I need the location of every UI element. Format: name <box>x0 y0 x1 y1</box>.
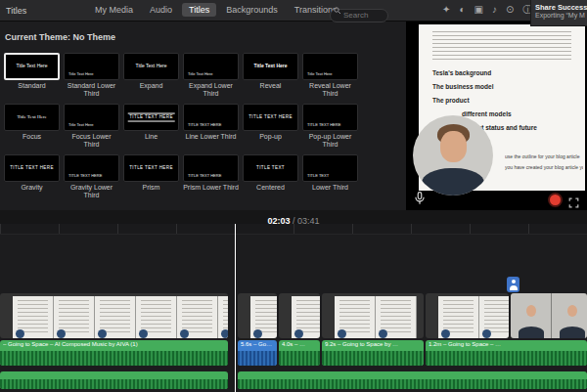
tab-backgrounds[interactable]: Backgrounds <box>219 3 285 17</box>
titles-browser: Current Theme: No Theme Title Text HereS… <box>0 22 406 210</box>
waveform <box>0 351 228 366</box>
current-theme-label: Current Theme: No Theme <box>5 32 115 42</box>
audio-clip[interactable]: – Going to Space – AI Composed Music by … <box>0 340 228 366</box>
title-item-centered[interactable]: TITLE TEXTCentered <box>243 154 298 199</box>
video-clip[interactable] <box>322 293 424 338</box>
title-thumbnail: TITLE TEXT <box>243 154 298 182</box>
title-item-gravity-lower-third[interactable]: TITLE TEXT HEREGravity Lower Third <box>64 154 119 199</box>
waveform <box>0 379 228 389</box>
search-icon <box>334 7 341 15</box>
title-label: Reveal <box>243 82 298 98</box>
person-shirt <box>422 168 484 196</box>
title-item-expand[interactable]: Title Text HereExpand <box>123 53 179 98</box>
waveform <box>426 351 587 366</box>
title-preview-text: TITLE TEXT HERE <box>10 166 54 171</box>
title-label: Lower Third <box>302 184 358 199</box>
timeline-ruler[interactable] <box>0 224 587 235</box>
doc-footer-lines: use the outline for your blog articleyou… <box>505 153 583 175</box>
connected-clip-badge[interactable] <box>507 277 519 292</box>
document-paragraph-skeleton <box>432 31 571 61</box>
title-item-line-lower-third[interactable]: TITLE TEXT HERELine Lower Third <box>183 104 239 149</box>
clip-thumbnail <box>511 293 552 338</box>
title-item-focus-lower-third[interactable]: Title Text HereFocus Lower Third <box>64 104 119 149</box>
thumb-text-lines <box>339 300 370 332</box>
tab-my-media[interactable]: My Media <box>88 3 140 17</box>
title-item-prism[interactable]: TITLE TEXT HEREPrism <box>123 154 179 199</box>
clip-thumbnail <box>438 296 479 338</box>
imovie-app: Titles My MediaAudioTitlesBackgroundsTra… <box>0 0 587 392</box>
audio-clip[interactable]: 1.2m – Going to Space – … <box>426 340 587 366</box>
thumb-text-lines <box>18 300 48 332</box>
thumb-text-lines <box>100 300 130 332</box>
thumb-shirt <box>519 327 544 338</box>
tab-audio[interactable]: Audio <box>143 3 179 17</box>
volume-icon[interactable]: ♪ <box>492 4 497 16</box>
title-item-lower-third[interactable]: TITLE TEXTLower Third <box>302 154 358 199</box>
title-preview-text: Title Text Here <box>307 72 333 76</box>
title-item-reveal-lower-third[interactable]: Title Text HereReveal Lower Third <box>302 53 358 98</box>
title-thumbnail: TITLE TEXT HERE <box>123 104 179 131</box>
clip-thumbnail <box>95 296 136 338</box>
title-item-standard-lower-third[interactable]: Title Text HereStandard Lower Third <box>64 53 119 98</box>
title-item-prism-lower-third[interactable]: TITLE TEXT HEREPrism Lower Third <box>183 154 239 199</box>
video-clip[interactable] <box>511 293 587 338</box>
record-button[interactable] <box>550 195 561 205</box>
title-item-expand-lower-third[interactable]: Title Text HereExpand Lower Third <box>183 53 239 98</box>
title-item-pop-up-lower-third[interactable]: TITLE TEXT HEREPop-up Lower Third <box>302 104 358 149</box>
audio-clip[interactable]: 5.6s – Go… <box>238 340 277 366</box>
enhance-icon[interactable]: ✦ <box>442 4 450 16</box>
video-clip[interactable] <box>238 293 277 338</box>
viewer-toolbar-icons: ✦◐▣♪⊙ⓘ <box>442 4 532 16</box>
thumb-text-lines <box>484 300 509 332</box>
thumb-text-lines <box>255 300 277 332</box>
fullscreen-icon[interactable] <box>568 195 579 205</box>
playhead[interactable] <box>235 224 236 392</box>
title-thumbnail: Title Text Here <box>183 53 239 80</box>
thumb-webcam-dot <box>98 329 107 338</box>
thumb-text-lines <box>296 300 320 332</box>
title-item-pop-up[interactable]: TITLE TEXT HEREPop-up <box>243 104 298 149</box>
music-clip[interactable] <box>238 371 587 389</box>
thumb-text-lines <box>381 300 411 332</box>
tab-titles[interactable]: Titles <box>182 3 216 17</box>
color-balance-icon[interactable]: ◐ <box>459 4 465 16</box>
audio-clip[interactable]: 4.0s – … <box>279 340 320 366</box>
title-item-gravity[interactable]: TITLE TEXT HEREGravity <box>4 154 60 199</box>
title-label: Line Lower Third <box>183 133 239 149</box>
title-preview-text: TITLE TEXT HERE <box>307 123 340 127</box>
webcam-overlay <box>413 115 493 196</box>
top-toolbar: Titles My MediaAudioTitlesBackgroundsTra… <box>0 0 587 22</box>
titles-grid: Title Text HereStandardTitle Text HereSt… <box>4 53 362 199</box>
title-label: Expand <box>123 82 179 98</box>
crop-icon[interactable]: ▣ <box>474 4 482 16</box>
music-clip[interactable] <box>0 371 228 389</box>
title-preview-text: Title Text Here <box>68 123 94 127</box>
title-label: Gravity Lower Third <box>64 184 119 199</box>
title-label: Focus Lower Third <box>64 133 119 149</box>
title-label: Reveal Lower Third <box>302 82 358 98</box>
title-item-standard[interactable]: Title Text HereStandard <box>4 53 60 98</box>
thumb-webcam-dot <box>482 329 491 338</box>
audio-clip-label: 4.0s – … <box>282 341 318 347</box>
title-preview-text: TITLE TEXT <box>256 166 285 171</box>
search-field-wrap <box>330 4 388 18</box>
clip-thumbnail <box>136 296 177 338</box>
voiceover-mic-button[interactable] <box>414 192 428 205</box>
video-clip[interactable] <box>279 293 320 338</box>
audio-clip[interactable]: 9.2s – Going to Space by … <box>322 340 424 366</box>
audio-clip-label: 9.2s – Going to Space by … <box>325 341 422 347</box>
clip-thumbnail <box>177 296 218 338</box>
title-thumbnail: TITLE TEXT HERE <box>183 104 239 131</box>
clip-thumbnail <box>376 296 417 338</box>
title-item-line[interactable]: TITLE TEXT HERELine <box>123 104 179 149</box>
doc-heading: The product <box>432 97 579 104</box>
video-clip[interactable] <box>426 293 509 338</box>
title-item-focus[interactable]: Title Text HereFocus <box>4 104 60 149</box>
title-label: Prism Lower Third <box>183 184 239 199</box>
title-item-reveal[interactable]: Title Text HereReveal <box>243 53 298 98</box>
share-notification[interactable]: Share Successful Exporting “My M <box>530 0 587 26</box>
title-label: Pop-up <box>243 133 298 149</box>
speed-icon[interactable]: ⊙ <box>506 4 514 16</box>
video-clip[interactable] <box>0 293 228 338</box>
audio-clip-label: 5.6s – Go… <box>241 341 275 347</box>
